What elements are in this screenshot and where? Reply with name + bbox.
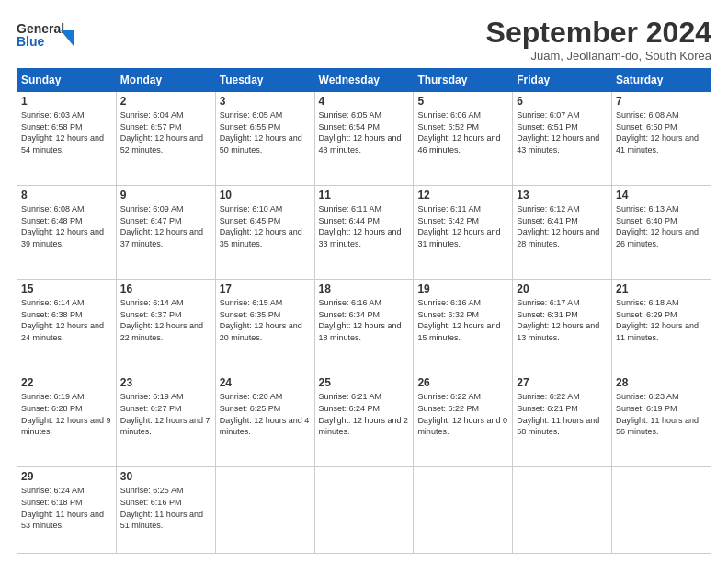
calendar-cell: 12Sunrise: 6:11 AMSunset: 6:42 PMDayligh… [414,186,513,280]
day-number: 9 [120,189,211,201]
day-number: 18 [319,282,410,295]
calendar-cell: 2Sunrise: 6:04 AMSunset: 6:57 PMDaylight… [116,92,215,186]
calendar-cell: 3Sunrise: 6:05 AMSunset: 6:55 PMDaylight… [215,92,314,186]
calendar-cell [414,467,513,554]
calendar-cell: 8Sunrise: 6:08 AMSunset: 6:48 PMDaylight… [17,186,117,280]
day-info: Sunrise: 6:15 AMSunset: 6:35 PMDaylight:… [220,297,311,343]
calendar-cell: 14Sunrise: 6:13 AMSunset: 6:40 PMDayligh… [612,186,711,280]
calendar-cell: 17Sunrise: 6:15 AMSunset: 6:35 PMDayligh… [215,280,314,373]
svg-marker-2 [61,30,74,46]
calendar-body: 1Sunrise: 6:03 AMSunset: 6:58 PMDaylight… [17,92,711,554]
calendar-cell: 1Sunrise: 6:03 AMSunset: 6:58 PMDaylight… [17,92,117,186]
day-info: Sunrise: 6:19 AMSunset: 6:27 PMDaylight:… [120,391,211,437]
calendar-cell: 4Sunrise: 6:05 AMSunset: 6:54 PMDaylight… [314,92,414,186]
calendar-cell: 11Sunrise: 6:11 AMSunset: 6:44 PMDayligh… [314,186,414,280]
calendar-week-row: 1Sunrise: 6:03 AMSunset: 6:58 PMDaylight… [17,92,711,186]
page: General Blue September 2024 Juam, Jeolla… [0,0,728,563]
calendar-week-row: 29Sunrise: 6:24 AMSunset: 6:18 PMDayligh… [17,467,711,554]
header: General Blue September 2024 Juam, Jeolla… [17,17,711,63]
day-number: 21 [616,282,707,295]
calendar-cell: 24Sunrise: 6:20 AMSunset: 6:25 PMDayligh… [215,373,314,467]
calendar-cell: 18Sunrise: 6:16 AMSunset: 6:34 PMDayligh… [314,280,414,373]
calendar-cell: 16Sunrise: 6:14 AMSunset: 6:37 PMDayligh… [116,280,215,373]
day-info: Sunrise: 6:10 AMSunset: 6:45 PMDaylight:… [220,203,311,249]
calendar-cell: 19Sunrise: 6:16 AMSunset: 6:32 PMDayligh… [414,280,513,373]
logo-image: General Blue [17,17,81,53]
calendar-cell: 21Sunrise: 6:18 AMSunset: 6:29 PMDayligh… [612,280,711,373]
day-number: 28 [616,376,707,389]
day-info: Sunrise: 6:16 AMSunset: 6:32 PMDaylight:… [417,297,508,343]
day-number: 15 [21,282,112,295]
svg-text:Blue: Blue [17,34,45,49]
calendar-week-row: 8Sunrise: 6:08 AMSunset: 6:48 PMDaylight… [17,186,711,280]
day-info: Sunrise: 6:16 AMSunset: 6:34 PMDaylight:… [319,297,410,343]
day-info: Sunrise: 6:04 AMSunset: 6:57 PMDaylight:… [120,109,211,155]
day-number: 22 [21,376,112,389]
calendar-cell: 5Sunrise: 6:06 AMSunset: 6:52 PMDaylight… [414,92,513,186]
calendar-cell: 20Sunrise: 6:17 AMSunset: 6:31 PMDayligh… [513,280,612,373]
day-info: Sunrise: 6:14 AMSunset: 6:37 PMDaylight:… [120,297,211,343]
day-number: 23 [120,376,211,389]
calendar-cell: 13Sunrise: 6:12 AMSunset: 6:41 PMDayligh… [513,186,612,280]
day-info: Sunrise: 6:08 AMSunset: 6:48 PMDaylight:… [21,203,112,249]
calendar-cell: 30Sunrise: 6:25 AMSunset: 6:16 PMDayligh… [116,467,215,554]
day-info: Sunrise: 6:12 AMSunset: 6:41 PMDaylight:… [517,203,608,249]
day-number: 13 [517,189,608,201]
calendar-cell: 29Sunrise: 6:24 AMSunset: 6:18 PMDayligh… [17,467,117,554]
day-info: Sunrise: 6:19 AMSunset: 6:28 PMDaylight:… [21,391,112,437]
day-info: Sunrise: 6:25 AMSunset: 6:16 PMDaylight:… [120,485,211,531]
calendar-table: SundayMondayTuesdayWednesdayThursdayFrid… [17,68,711,554]
day-header-sunday: Sunday [17,69,117,92]
day-number: 11 [319,189,410,201]
day-info: Sunrise: 6:05 AMSunset: 6:55 PMDaylight:… [220,109,311,155]
calendar-cell: 27Sunrise: 6:22 AMSunset: 6:21 PMDayligh… [513,373,612,467]
day-number: 25 [319,376,410,389]
month-title: September 2024 [486,17,711,49]
day-info: Sunrise: 6:08 AMSunset: 6:50 PMDaylight:… [616,109,707,155]
calendar-cell: 22Sunrise: 6:19 AMSunset: 6:28 PMDayligh… [17,373,117,467]
day-info: Sunrise: 6:05 AMSunset: 6:54 PMDaylight:… [319,109,410,155]
day-number: 2 [120,95,211,108]
day-number: 19 [417,282,508,295]
day-header-tuesday: Tuesday [215,69,314,92]
day-number: 7 [616,95,707,108]
day-header-thursday: Thursday [414,69,513,92]
calendar-cell [513,467,612,554]
day-number: 6 [517,95,608,108]
day-info: Sunrise: 6:22 AMSunset: 6:22 PMDaylight:… [417,391,508,437]
subtitle: Juam, Jeollanam-do, South Korea [486,49,711,63]
day-info: Sunrise: 6:11 AMSunset: 6:44 PMDaylight:… [319,203,410,249]
day-header-monday: Monday [116,69,215,92]
day-number: 8 [21,189,112,201]
day-info: Sunrise: 6:22 AMSunset: 6:21 PMDaylight:… [517,391,608,437]
calendar-cell: 6Sunrise: 6:07 AMSunset: 6:51 PMDaylight… [513,92,612,186]
day-info: Sunrise: 6:09 AMSunset: 6:47 PMDaylight:… [120,203,211,249]
day-info: Sunrise: 6:03 AMSunset: 6:58 PMDaylight:… [21,109,112,155]
day-info: Sunrise: 6:14 AMSunset: 6:38 PMDaylight:… [21,297,112,343]
day-info: Sunrise: 6:21 AMSunset: 6:24 PMDaylight:… [319,391,410,437]
title-area: September 2024 Juam, Jeollanam-do, South… [486,17,711,63]
calendar-cell: 7Sunrise: 6:08 AMSunset: 6:50 PMDaylight… [612,92,711,186]
calendar-header-row: SundayMondayTuesdayWednesdayThursdayFrid… [17,69,711,92]
day-info: Sunrise: 6:17 AMSunset: 6:31 PMDaylight:… [517,297,608,343]
calendar-cell [612,467,711,554]
logo: General Blue [17,17,81,53]
day-info: Sunrise: 6:18 AMSunset: 6:29 PMDaylight:… [616,297,707,343]
calendar-cell: 15Sunrise: 6:14 AMSunset: 6:38 PMDayligh… [17,280,117,373]
day-number: 24 [220,376,311,389]
calendar-cell [314,467,414,554]
calendar-cell: 9Sunrise: 6:09 AMSunset: 6:47 PMDaylight… [116,186,215,280]
day-number: 26 [417,376,508,389]
day-info: Sunrise: 6:07 AMSunset: 6:51 PMDaylight:… [517,109,608,155]
calendar-week-row: 22Sunrise: 6:19 AMSunset: 6:28 PMDayligh… [17,373,711,467]
calendar-cell: 10Sunrise: 6:10 AMSunset: 6:45 PMDayligh… [215,186,314,280]
day-info: Sunrise: 6:11 AMSunset: 6:42 PMDaylight:… [417,203,508,249]
day-info: Sunrise: 6:23 AMSunset: 6:19 PMDaylight:… [616,391,707,437]
day-number: 14 [616,189,707,201]
day-info: Sunrise: 6:13 AMSunset: 6:40 PMDaylight:… [616,203,707,249]
day-number: 30 [120,470,211,483]
calendar-cell: 28Sunrise: 6:23 AMSunset: 6:19 PMDayligh… [612,373,711,467]
day-number: 1 [21,95,112,108]
calendar-cell: 23Sunrise: 6:19 AMSunset: 6:27 PMDayligh… [116,373,215,467]
day-info: Sunrise: 6:20 AMSunset: 6:25 PMDaylight:… [220,391,311,437]
